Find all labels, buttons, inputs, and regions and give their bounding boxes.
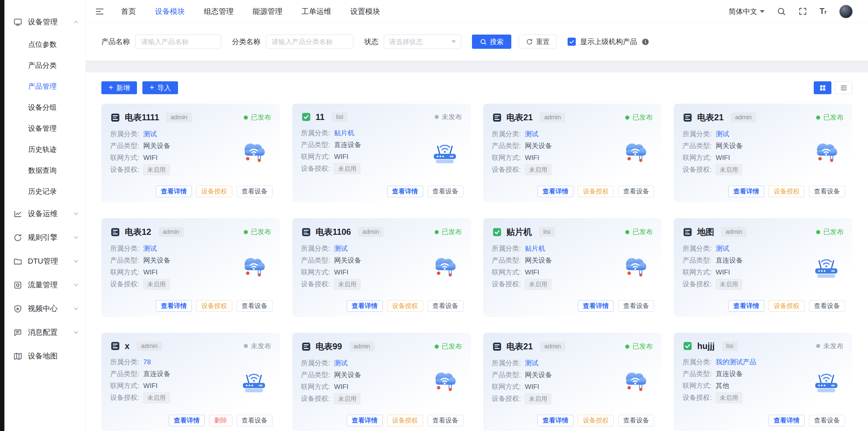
card-action-button[interactable]: 设备授权 bbox=[387, 300, 423, 312]
sidebar-group-item[interactable]: 设备运维 bbox=[4, 202, 85, 226]
card-action-button[interactable]: 查看设备 bbox=[428, 300, 463, 312]
field-label: 联网方式: bbox=[301, 382, 330, 391]
list-view-button[interactable] bbox=[835, 81, 852, 94]
search-button[interactable]: 搜索 bbox=[472, 35, 511, 49]
product-title: x bbox=[125, 341, 130, 351]
category-link[interactable]: 测试 bbox=[143, 244, 157, 253]
card-action-button[interactable]: 删除 bbox=[209, 415, 232, 426]
card-action-button[interactable]: 查看设备 bbox=[809, 300, 845, 312]
card-action-button[interactable]: 查看详情 bbox=[728, 300, 764, 312]
category-link[interactable]: 测试 bbox=[525, 129, 538, 139]
collapse-menu-icon[interactable] bbox=[95, 6, 105, 17]
product-name-input[interactable] bbox=[135, 35, 221, 49]
nav-item[interactable]: 能源管理 bbox=[253, 6, 282, 17]
sidebar-sub-item[interactable]: 历史轨迹 bbox=[4, 139, 85, 160]
import-button[interactable]: + 导入 bbox=[142, 81, 178, 94]
card-header: 地图admin已发布 bbox=[683, 226, 844, 238]
card-action-button[interactable]: 查看详情 bbox=[347, 300, 383, 312]
card-action-button[interactable]: 查看详情 bbox=[169, 415, 205, 426]
sidebar-sub-item[interactable]: 设备管理 bbox=[4, 118, 85, 139]
navbar-right-tools: 简体中文 Tr bbox=[729, 4, 853, 19]
card-action-button[interactable]: 查看详情 bbox=[156, 300, 192, 312]
network-value: WIFI bbox=[334, 383, 348, 391]
card-action-button[interactable]: 设备授权 bbox=[769, 300, 805, 312]
card-action-button[interactable]: 查看详情 bbox=[347, 415, 383, 426]
card-action-button[interactable]: 查看设备 bbox=[618, 186, 654, 197]
card-action-button[interactable]: 设备授权 bbox=[196, 186, 232, 197]
sidebar-sub-item[interactable]: 产品分类 bbox=[4, 55, 85, 76]
status-dot-icon bbox=[816, 344, 820, 348]
user-avatar[interactable] bbox=[839, 4, 853, 19]
category-link[interactable]: 测试 bbox=[525, 358, 538, 368]
card-action-button[interactable]: 设备授权 bbox=[196, 300, 232, 312]
category-name-input[interactable] bbox=[266, 35, 353, 49]
add-product-button[interactable]: + 新增 bbox=[101, 81, 137, 94]
card-action-button[interactable]: 设备授权 bbox=[578, 186, 614, 197]
language-selector[interactable]: 简体中文 bbox=[729, 7, 765, 16]
status-dot-icon bbox=[816, 230, 820, 234]
category-link[interactable]: 测试 bbox=[334, 358, 348, 368]
info-icon[interactable] bbox=[642, 38, 649, 46]
card-action-button[interactable]: 设备授权 bbox=[387, 415, 423, 426]
card-action-button[interactable]: 查看详情 bbox=[537, 415, 573, 426]
category-link[interactable]: 测试 bbox=[716, 244, 729, 253]
sidebar-sub-item[interactable]: 历史记录 bbox=[4, 181, 85, 202]
card-action-button[interactable]: 查看设备 bbox=[618, 415, 654, 426]
card-action-button[interactable]: 查看设备 bbox=[428, 415, 463, 426]
nav-item[interactable]: 设置模块 bbox=[350, 6, 380, 17]
refresh-icon bbox=[526, 38, 533, 45]
sidebar-sub-item[interactable]: 数据查询 bbox=[4, 160, 85, 181]
card-action-button[interactable]: 查看设备 bbox=[809, 415, 845, 426]
nav-item[interactable]: 设备模块 bbox=[155, 6, 185, 17]
card-action-button[interactable]: 查看设备 bbox=[237, 186, 273, 197]
sidebar-group-label: 视频中心 bbox=[28, 304, 67, 314]
card-action-button[interactable]: 查看设备 bbox=[618, 300, 654, 312]
card-action-button[interactable]: 设备授权 bbox=[769, 186, 805, 197]
card-action-button[interactable]: 设备授权 bbox=[578, 415, 614, 426]
field-label: 产品类型: bbox=[492, 256, 521, 265]
sidebar-group-item[interactable]: 设备管理 bbox=[4, 10, 85, 34]
card-action-button[interactable]: 查看详情 bbox=[537, 186, 573, 197]
status-badge: 已发布 bbox=[625, 342, 653, 351]
card-action-button[interactable]: 查看设备 bbox=[237, 300, 273, 312]
nav-item[interactable]: 组态管理 bbox=[204, 6, 234, 17]
sidebar-group-item[interactable]: 消息配置 bbox=[4, 321, 85, 344]
card-action-button[interactable]: 查看详情 bbox=[769, 415, 805, 426]
nav-item[interactable]: 工单运维 bbox=[301, 6, 331, 17]
message-icon bbox=[13, 328, 22, 337]
fullscreen-icon[interactable] bbox=[798, 7, 807, 16]
category-link[interactable]: 78 bbox=[143, 358, 151, 366]
category-link[interactable]: 测试 bbox=[716, 129, 729, 139]
sidebar-sub-item[interactable]: 产品管理 bbox=[4, 76, 85, 97]
category-link[interactable]: 我的测试产品 bbox=[716, 357, 756, 367]
sidebar-group-item[interactable]: 设备地图 bbox=[4, 344, 85, 368]
card-action-button[interactable]: 查看详情 bbox=[156, 186, 192, 197]
category-link[interactable]: 贴片机 bbox=[525, 244, 545, 253]
status-badge: 已发布 bbox=[244, 113, 271, 122]
reset-button[interactable]: 重置 bbox=[519, 35, 557, 49]
search-icon[interactable] bbox=[777, 7, 786, 16]
nav-item[interactable]: 首页 bbox=[121, 6, 136, 17]
card-action-button[interactable]: 查看设备 bbox=[809, 186, 845, 197]
category-link[interactable]: 测试 bbox=[143, 129, 157, 139]
grid-view-button[interactable] bbox=[814, 81, 831, 94]
sidebar-group-item[interactable]: 视频中心 bbox=[4, 297, 85, 321]
sidebar-sub-item[interactable]: 点位参数 bbox=[4, 34, 85, 55]
field-label: 所属分类: bbox=[110, 129, 139, 139]
router-device-icon bbox=[428, 136, 461, 169]
category-link[interactable]: 测试 bbox=[334, 244, 348, 253]
card-action-button[interactable]: 查看详情 bbox=[728, 186, 764, 197]
sidebar-sub-item[interactable]: 设备分组 bbox=[4, 97, 85, 118]
card-action-button[interactable]: 查看详情 bbox=[578, 300, 614, 312]
font-size-icon[interactable]: Tr bbox=[820, 7, 827, 16]
card-action-button[interactable]: 查看设备 bbox=[428, 186, 463, 197]
sidebar-group-item[interactable]: 规则引擎 bbox=[4, 226, 85, 249]
card-action-button[interactable]: 查看详情 bbox=[387, 186, 423, 197]
show-parent-products-checkbox[interactable]: 显示上级机构产品 bbox=[568, 37, 649, 46]
card-actions: 查看详情设备授权查看设备 bbox=[537, 186, 654, 197]
category-link[interactable]: 贴片机 bbox=[334, 128, 354, 138]
status-select[interactable]: 请选择状态 bbox=[384, 35, 461, 49]
card-action-button[interactable]: 查看设备 bbox=[237, 415, 273, 426]
sidebar-group-item[interactable]: 流量管理 bbox=[4, 273, 85, 297]
sidebar-group-item[interactable]: DTU管理 bbox=[4, 249, 85, 273]
